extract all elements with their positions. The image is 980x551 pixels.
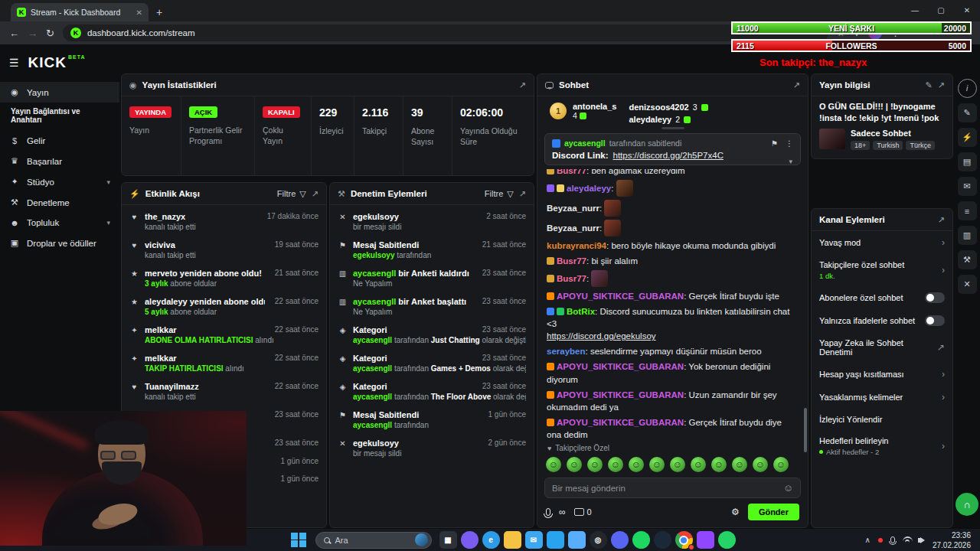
reload-button[interactable]: ↻ [46,28,54,39]
emote-icon[interactable]: ☺ [691,457,706,472]
volume-icon[interactable] [920,537,925,543]
taskbar-app-steam[interactable] [654,531,671,549]
edit-icon[interactable]: ✎ [958,103,977,122]
emote-icon[interactable]: ☺ [753,457,768,472]
sidebar-item-droplar-ve-ödüller[interactable]: ▣Droplar ve ödüller [0,233,119,253]
taskbar-app-twitch[interactable] [697,531,714,549]
chat-username[interactable]: Beyzaa_nurr [547,204,599,213]
sidebar-item-yayın[interactable]: ◉Yayın [0,82,119,103]
chat-link[interactable]: https://discord.gg/egekulsoy [547,330,799,342]
levels-icon[interactable]: ≡ [958,201,977,220]
chat-popout-icon[interactable]: ✉ [958,177,977,196]
taskbar-app-discord[interactable] [611,531,629,549]
address-bar[interactable]: K dashboard.kick.com/stream [63,24,828,41]
chat-username[interactable]: Busr77 [557,169,586,175]
mic-icon[interactable] [546,508,550,516]
menu-icon[interactable]: ☰ [9,57,19,69]
chat-username[interactable]: kubrayranci94 [547,241,606,250]
taskbar-app-microsoft-store[interactable] [568,531,586,549]
quick-actions-icon[interactable]: ⚡ [958,128,977,147]
expand-icon[interactable]: ↗ [312,189,318,199]
chat-username[interactable]: APOYU_SIKTIKCE_GUBARAN [557,390,684,399]
emote-icon[interactable]: ☺ [546,457,561,472]
taskbar-app-calendar[interactable] [547,531,564,549]
wifi-icon[interactable] [903,536,913,543]
expand-icon[interactable]: ↗ [519,189,526,199]
chat-username[interactable]: serayben [547,347,586,356]
expand-icon[interactable]: ↗ [793,80,800,90]
taskbar-app-task-view[interactable]: ▦ [439,531,457,549]
sidebar-item-denetleme[interactable]: ⚒Denetleme [0,192,119,213]
emote-icon[interactable]: ☺ [629,457,644,472]
pinned-message[interactable]: aycasengll tarafından sabitlendi ⚑ ⋮ Dis… [544,133,801,165]
taskbar-app-edge[interactable]: e [482,531,500,549]
leaderboard-entry[interactable]: aleydaleyy2 [629,115,707,124]
channel-action-takipçilere-özel-sohbet[interactable]: Takipçilere özel sohbet1 dk.› [812,254,952,286]
chat-scrollbar[interactable] [804,408,807,452]
taskbar-app-whatsapp[interactable] [718,531,736,549]
toggle-switch[interactable] [925,292,945,303]
info-icon[interactable]: i [958,79,977,98]
notes-icon[interactable]: ▤ [958,152,977,171]
reward-counter[interactable]: 0 [574,507,592,517]
leaderboard-entry[interactable]: denizsoos42023 [629,103,707,112]
taskbar-app-mail[interactable]: ✉ [525,531,543,549]
taskbar-app-file-explorer[interactable] [504,531,521,549]
send-button[interactable]: Gönder [748,504,799,520]
back-button[interactable]: ← [9,28,19,39]
minimize-button[interactable]: — [902,0,928,21]
tools-icon[interactable]: ⚒ [958,250,977,269]
emote-icon[interactable]: ☺ [773,457,789,472]
emote-icon[interactable]: ☺ [711,457,727,472]
expand-icon[interactable]: ↗ [938,80,945,90]
taskbar-search[interactable]: Ara [315,532,432,549]
stream-category[interactable]: Sadece Sohbet [851,129,935,138]
pin-icon[interactable]: ⚑ [771,139,778,148]
emote-icon[interactable]: ☺ [567,457,582,472]
pinned-link[interactable]: https://discord.gg/2h5P7x4C [612,151,723,160]
chat-username[interactable]: BotRix [567,307,595,316]
chat-username[interactable]: APOYU_SIKTIKCE_GUBARAN [557,292,684,301]
chevron-down-icon[interactable]: ▾ [789,158,792,165]
taskbar-clock[interactable]: 23:36 27.02.2026 [933,530,971,550]
expand-icon[interactable]: ↗ [519,80,526,90]
chat-username[interactable]: APOYU_SIKTIKCE_GUBARAN [557,362,684,371]
channel-action-yasaklanmış-kelimeler[interactable]: Yasaklanmış kelimeler› [812,386,952,409]
toggle-switch[interactable] [925,315,945,326]
pinned-menu-icon[interactable]: ⋮ [786,139,793,148]
emote-icon[interactable]: ☺ [670,457,685,472]
sidebar-item-topluluk[interactable]: ☻Topluluk▾ [0,213,119,233]
emote-icon[interactable]: ☺ [587,457,603,472]
emote-icon[interactable]: ☺ [608,457,623,472]
edit-icon[interactable]: ✎ [926,80,933,90]
leaderboard-entry[interactable]: 1 antonela_s 4 [550,102,616,120]
emoji-picker-icon[interactable]: ☺ [783,482,793,494]
link-icon[interactable]: ∞ [559,507,566,517]
close-button[interactable]: ✕ [954,0,980,21]
chat-username[interactable]: aleydaleyy [567,184,611,193]
channel-action-hesap-yaşı-kısıtlaması[interactable]: Hesap yaşı kısıtlaması› [812,363,952,386]
taskbar-app-spotify[interactable] [632,531,650,549]
support-icon[interactable]: ∩ [956,493,978,516]
chat-username[interactable]: Busr77 [557,274,586,283]
channel-action-yalnızca-ifadelerle-sohbet[interactable]: Yalnızca ifadelerle sohbet [812,309,952,332]
chat-input[interactable] [552,484,779,493]
expand-icon[interactable]: ↗ [938,215,945,225]
channel-action-i-zleyici-yönlendir[interactable]: İzleyici Yönlendir [812,409,952,430]
channel-action-yapay-zeka-ile-sohbet-denetimi[interactable]: Yapay Zeka ile Sohbet Denetimi↗ [812,332,952,363]
activity-filter-button[interactable]: Filtre▽ [277,189,306,199]
tray-chevron-up-icon[interactable]: ∧ [865,536,871,544]
chat-username[interactable]: Busr77 [557,256,586,266]
cards-icon[interactable]: ▥ [958,226,977,245]
leaderboard-drag-handle[interactable] [662,127,684,129]
new-tab-button[interactable]: + [156,6,162,18]
channel-action-yavaş-mod[interactable]: Yavaş mod› [812,231,952,254]
sidebar-item-yayın-bağlantısı-ve-anahtarı[interactable]: Yayın Bağlantısı ve Anahtarı [0,103,119,131]
taskbar-app-copilot[interactable] [461,531,479,549]
close-widget-icon[interactable]: ✕ [958,275,977,294]
emote-icon[interactable]: ☺ [649,457,665,472]
channel-action-hedefleri-belirleyin[interactable]: Hedefleri belirleyinAktif hedefler - 2› [812,430,952,462]
start-button[interactable] [291,533,306,548]
tray-mic-icon[interactable] [890,536,895,543]
sidebar-item-stüdyo[interactable]: ✦Stüdyo▾ [0,171,119,192]
